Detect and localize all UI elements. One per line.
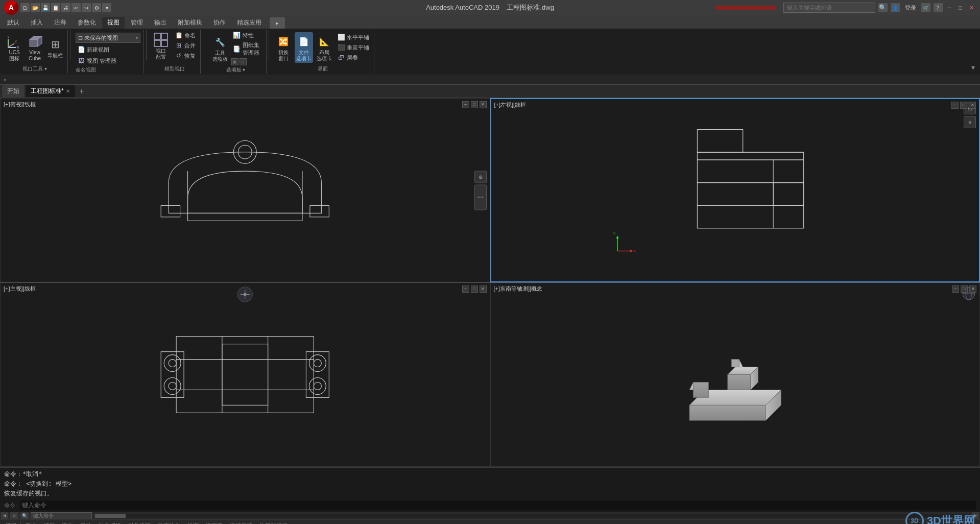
close-button[interactable]: ✕ [967,4,976,12]
new-view-button[interactable]: 📄 新建视图 [76,45,140,54]
vp1-close-btn[interactable]: ✕ [480,101,487,108]
transparency-btn[interactable]: 透明度 [203,520,226,525]
tool-palette-button[interactable]: 🔧 工具选项板 [211,33,229,63]
autocad-logo[interactable]: A [4,1,18,15]
search-input[interactable] [783,3,875,13]
layout-tab-button[interactable]: 📐 布局选项卡 [315,32,333,63]
palette-extra-btn1[interactable]: ⊞ [231,58,238,65]
snap-btn[interactable]: 捕捉 [40,520,58,525]
vp4-restore-btn[interactable]: ─ [952,285,959,293]
vp3-label[interactable]: [+]主视][线框 [4,285,36,293]
viewport-left-view[interactable]: [+]左视][线框 ─ □ ✕ [490,98,981,282]
undo-icon[interactable]: ↩ [71,3,81,12]
tab-collaborate[interactable]: 协作 [208,17,231,29]
views-dropdown[interactable]: ⊟ 未保存的视图 ▾ [76,33,140,43]
lineweight-btn[interactable]: 线宽 [184,520,202,525]
vp1-pan-btn[interactable]: ⟺ [474,184,487,210]
viewport-config-button[interactable]: 视口配置 [152,31,170,61]
vp3-restore-btn[interactable]: ─ [462,285,469,293]
switch-window-button[interactable]: 🔀 切换窗口 [274,32,293,63]
selection-cycle-btn[interactable]: 选择循环 [227,520,255,525]
new-tab-button[interactable]: + [76,86,87,97]
tab-output[interactable]: 输出 [149,17,172,29]
open-file-icon[interactable]: 📂 [31,3,40,12]
save-as-icon[interactable]: 📋 [51,3,60,12]
tab-parametric[interactable]: 参数化 [73,17,101,29]
cart-icon[interactable]: 🛒 [921,3,930,12]
print-icon[interactable]: 🖨 [61,3,70,12]
minimize-button[interactable]: ─ [946,4,954,12]
vp2-close-btn[interactable]: ✕ [969,102,976,109]
sheet-set-manager-button[interactable]: 📑 图纸集管理器 [231,41,261,57]
merge-viewport-button[interactable]: ⊞ 合并 [173,41,197,50]
horizontal-tile-button[interactable]: ⬜ 水平平铺 [336,33,371,42]
cancel-icon[interactable]: ✕ [10,512,18,519]
named-viewport-button[interactable]: 📋 命名 [173,31,197,40]
maximize-button[interactable]: □ [957,4,964,12]
vp3-close-btn[interactable]: ✕ [480,285,487,293]
doc-tab-drawing[interactable]: 工程图标准* ✕ [26,85,75,97]
ucs-icon-button[interactable]: XYZ UCS图标 [5,32,23,63]
redo-icon[interactable]: ↪ [82,3,91,12]
tab-annotation[interactable]: 注释 [49,17,71,29]
vp1-restore-btn[interactable]: ─ [462,101,469,108]
cmd-scroll-input[interactable]: 键入命令 [31,512,92,519]
cascade-button[interactable]: 🗗 层叠 [336,53,371,62]
navbar-button[interactable]: ⊞ 导航栏 [46,35,64,60]
vp2-ctrl-btn2[interactable]: ⊕ [964,116,976,128]
model-status-btn[interactable]: 模型 [2,520,19,525]
vp1-max-btn[interactable]: □ [471,101,478,108]
restore-viewport-button[interactable]: ↺ 恢复 [173,51,197,60]
vp2-max-btn[interactable]: □ [960,102,967,109]
help-icon[interactable]: ? [934,3,943,12]
vp2-restore-btn[interactable]: ─ [951,102,959,109]
svg-text:X: X [633,249,636,253]
tab-featured[interactable]: 精选应用 [232,17,267,29]
viewport-front-view[interactable]: [+]主视][线框 ─ □ ✕ [0,282,490,467]
ortho-btn[interactable]: 正交 [59,520,76,525]
vp1-zoom-btn[interactable]: ⊕ [474,171,487,183]
toolbar-options-icon[interactable]: ▾ [102,3,111,12]
ribbon-expand-icon[interactable]: ▾ [968,62,978,73]
annotation-monitor-btn[interactable]: 注释监视器 [256,520,291,525]
vp3-max-btn[interactable]: □ [471,285,478,293]
otrack-btn[interactable]: 对象追踪 [125,520,154,525]
vp4-max-btn[interactable]: □ [961,285,968,293]
search-btn-icon[interactable]: 🔍 [878,3,888,12]
vp1-label[interactable]: [+]俯视][线框 [4,101,36,108]
osnap-btn[interactable]: 对象捕捉 [95,520,124,525]
tab-default[interactable]: 默认 [2,17,25,29]
h-scroll-thumb[interactable] [95,514,126,518]
command-input[interactable] [20,501,976,510]
palette-extra-btn2[interactable]: □ [240,58,247,65]
file-tab-button[interactable]: 📄 文件选项卡 [295,32,313,63]
doc-tab-close-icon[interactable]: ✕ [66,88,70,94]
view-manager-button[interactable]: 🖼 视图 管理器 [76,56,140,65]
search-scroll-icon[interactable]: 🔍 [20,512,29,519]
dynin-btn[interactable]: 动态输入 [155,520,183,525]
viewport-top-view[interactable]: [+]俯视][线框 ─ □ ✕ [0,98,490,282]
titlebar-title: Autodesk AutoCAD 2019 工程图标准.dwg [426,3,554,12]
new-file-icon[interactable]: 🗋 [20,3,30,12]
vp4-close-btn[interactable]: ✕ [969,285,976,293]
h-scroll-track[interactable] [95,514,971,518]
vp2-label[interactable]: [+]左视][线框 [494,101,527,109]
vp4-label[interactable]: [+]东南等轴测][概念 [494,285,543,293]
account-icon[interactable]: 👤 [891,3,900,12]
tab-insert[interactable]: 插入 [26,17,48,29]
login-button[interactable]: 登录 [903,3,918,13]
tab-manage[interactable]: 管理 [126,17,148,29]
workspace-icon[interactable]: ⚙ [92,3,101,12]
tab-view[interactable]: 视图 [102,17,125,29]
tab-addins[interactable]: 附加模块 [173,17,207,29]
polar-btn[interactable]: 极轴 [77,520,94,525]
properties-button[interactable]: 📊 特性 [231,31,261,40]
viewcube-button[interactable]: ViewCube [26,32,44,63]
vertical-tile-button[interactable]: ⬛ 垂直平铺 [336,43,371,52]
scroll-left-btn[interactable]: ◀ [1,512,8,519]
doc-tab-start[interactable]: 开始 [2,85,25,97]
viewport-3d-view[interactable]: [+]东南等轴测][概念 ─ □ ✕ [490,282,981,467]
save-icon[interactable]: 💾 [41,3,50,12]
expand-tabs-icon[interactable]: ▸ [270,17,285,29]
grid-btn[interactable]: 栅格 [22,520,39,525]
